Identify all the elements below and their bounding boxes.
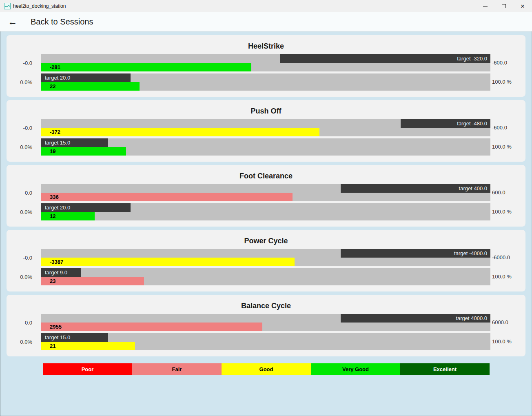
axis-max-label: 100.0 % [490,274,512,280]
value-track: 21 [41,342,490,350]
value-bar: 23 [41,277,144,285]
target-bar: target 4000.0 [341,314,490,323]
axis-max-label: 600.0 [490,189,512,196]
target-bar: target 20.0 [41,73,131,82]
target-bar: target 15.0 [41,333,108,342]
minimize-button[interactable] [476,0,494,12]
axis-max-label: 100.0 % [490,79,512,85]
target-track: target 15.0 [41,138,490,147]
target-track: target 20.0 [41,203,490,212]
back-to-sessions-link[interactable]: Back to Sessions [31,17,93,27]
metric-title: Push Off [7,107,525,116]
metric-rows: -0.0target -320.0-281-600.00.0%target 20… [7,54,525,91]
bar-track: target -320.0-281 [41,54,490,71]
bar-track: target 15.021 [41,333,490,350]
axis-min-label: -0.0 [7,125,41,131]
metric-rows: 0.0target 4000.029556000.00.0%target 15.… [7,314,525,350]
legend-item-fair: Fair [132,363,222,375]
axis-max-label: 6000.0 [490,319,512,326]
metric-row: 0.0%target 20.012100.0 % [7,203,525,220]
metric-card: Foot Clearance0.0target 400.0336600.00.0… [7,165,525,227]
bar-track: target 400.0336 [41,184,490,201]
app-icon [4,3,11,9]
target-track: target -480.0 [41,119,490,128]
axis-min-label: 0.0% [7,339,41,345]
maximize-icon [502,4,506,8]
bar-track: target 20.022 [41,73,490,91]
target-track: target 9.0 [41,268,490,277]
metric-row: 0.0%target 20.022100.0 % [7,73,525,91]
target-track: target -320.0 [41,54,490,63]
titlebar: heel2to_docking_station ✕ [0,0,532,12]
metric-rows: -0.0target -4000.0-3387-6000.00.0%target… [7,249,525,285]
axis-min-label: 0.0 [7,190,41,196]
metric-row: -0.0target -480.0-372-600.0 [7,119,525,136]
value-bar: 22 [41,82,140,91]
value-track: -3387 [41,258,490,266]
target-bar: target 20.0 [41,203,131,212]
value-track: -372 [41,128,490,136]
metric-card: Power Cycle-0.0target -4000.0-3387-6000.… [7,230,525,291]
axis-max-label: 100.0 % [490,144,512,150]
value-track: 12 [41,212,490,220]
metric-card: Push Off-0.0target -480.0-372-600.00.0%t… [7,100,525,162]
target-track: target 4000.0 [41,314,490,323]
metric-row: 0.0%target 15.021100.0 % [7,333,525,350]
axis-max-label: -6000.0 [490,254,512,261]
legend-item-poor: Poor [43,363,132,375]
close-icon: ✕ [521,4,525,9]
close-button[interactable]: ✕ [513,0,532,12]
value-bar: 336 [41,193,293,201]
value-bar: 19 [41,147,126,156]
value-track: 2955 [41,323,490,331]
value-track: 22 [41,82,490,91]
axis-min-label: 0.0% [7,79,41,85]
bar-track: target 20.012 [41,203,490,220]
main-content: HeelStrike-0.0target -320.0-281-600.00.0… [0,31,532,375]
back-arrow-icon[interactable]: ← [8,17,17,27]
bar-track: target -480.0-372 [41,119,490,136]
maximize-button[interactable] [494,0,513,12]
legend-item-very_good: Very Good [311,363,400,375]
bar-track: target 9.023 [41,268,490,285]
axis-min-label: -0.0 [7,60,41,66]
metric-title: Foot Clearance [7,172,525,180]
axis-min-label: 0.0% [7,209,41,215]
axis-min-label: 0.0 [7,320,41,326]
target-bar: target -480.0 [401,119,490,128]
metric-row: 0.0%target 9.023100.0 % [7,268,525,285]
target-bar: target 15.0 [41,138,108,147]
metric-title: Balance Cycle [7,302,525,310]
metric-row: 0.0target 400.0336600.0 [7,184,525,201]
app-header: ← Back to Sessions [0,12,532,31]
metric-rows: -0.0target -480.0-372-600.00.0%target 15… [7,119,525,156]
target-track: target 15.0 [41,333,490,342]
metric-row: 0.0target 4000.029556000.0 [7,314,525,331]
value-bar: 2955 [41,323,262,331]
value-track: 336 [41,193,490,201]
target-track: target -4000.0 [41,249,490,258]
metric-title: Power Cycle [7,237,525,245]
value-bar: 21 [41,342,135,350]
value-bar: -372 [41,128,319,136]
bar-track: target -4000.0-3387 [41,249,490,266]
target-bar: target 400.0 [341,184,490,193]
minimize-icon [483,6,488,7]
axis-min-label: -0.0 [7,255,41,261]
value-bar: -3387 [41,258,295,266]
axis-max-label: -600.0 [490,125,512,131]
axis-max-label: 100.0 % [490,209,512,215]
bar-track: target 4000.02955 [41,314,490,331]
axis-max-label: -600.0 [490,60,512,66]
value-bar: 12 [41,212,95,220]
axis-min-label: 0.0% [7,274,41,280]
metric-card: Balance Cycle0.0target 4000.029556000.00… [7,295,525,356]
metric-rows: 0.0target 400.0336600.00.0%target 20.012… [7,184,525,220]
target-track: target 20.0 [41,73,490,82]
axis-max-label: 100.0 % [490,338,512,345]
value-bar: -281 [41,63,251,71]
window-title: heel2to_docking_station [13,3,476,9]
value-track: 23 [41,277,490,285]
metric-title: HeelStrike [7,42,525,51]
target-track: target 400.0 [41,184,490,193]
